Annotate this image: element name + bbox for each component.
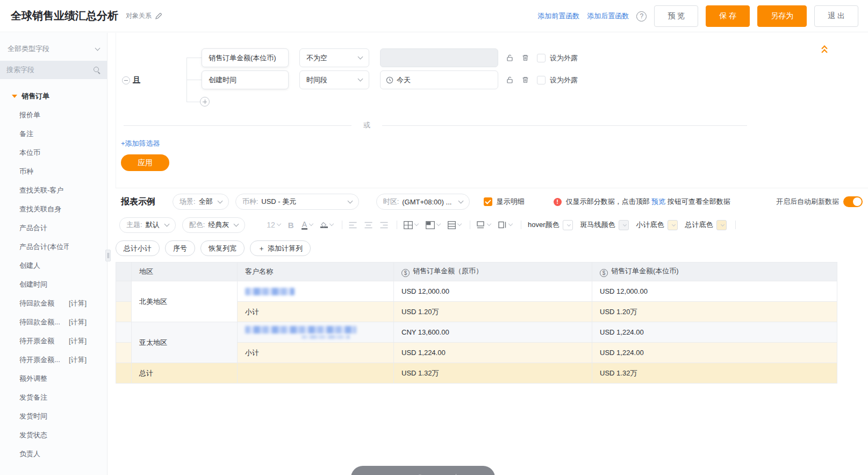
remove-group-icon[interactable] xyxy=(122,76,130,84)
table-rows-button[interactable] xyxy=(448,221,461,229)
zebra-color-swatch[interactable] xyxy=(619,220,629,230)
filter-operator-select[interactable]: 不为空 xyxy=(299,48,369,67)
customer-cell[interactable] xyxy=(238,281,394,302)
total-color-picker[interactable]: 总计底色 xyxy=(685,220,727,230)
auto-refresh-toggle[interactable] xyxy=(843,196,863,207)
fill-color-button[interactable] xyxy=(320,222,333,228)
save-as-button[interactable]: 另存为 xyxy=(757,5,807,27)
delete-icon[interactable] xyxy=(521,76,529,84)
timezone-select[interactable]: 时区: (GMT+08:00) ... xyxy=(376,194,470,210)
sidebar-field-item[interactable]: 发货备注 xyxy=(0,388,107,407)
reset-column-width-button[interactable]: 恢复列宽 xyxy=(200,240,245,256)
save-button[interactable]: 保 存 xyxy=(706,5,750,27)
sidebar-field-item[interactable]: 待开票金额...[计算] xyxy=(0,350,107,369)
lock-open-icon[interactable] xyxy=(506,76,514,84)
sidebar-field-item[interactable]: 备注 xyxy=(0,124,107,143)
zoom-in-icon[interactable]: ⊕ xyxy=(388,473,394,475)
filter-field-chip[interactable]: 创建时间 xyxy=(202,70,289,89)
sidebar-field-item[interactable]: 负责人 xyxy=(0,444,107,463)
sidebar-field-item[interactable]: 待回款金额[计算] xyxy=(0,294,107,313)
fit-screen-icon[interactable]: [ ] xyxy=(401,473,408,475)
add-filter-link[interactable]: +添加筛选器 xyxy=(121,139,160,148)
sidebar-resize-handle[interactable] xyxy=(105,250,111,261)
sidebar-field-item[interactable]: 待回款金额...[计算] xyxy=(0,313,107,331)
total-subtotal-button[interactable]: 总计小计 xyxy=(116,240,160,256)
filter-field-chip[interactable]: 销售订单金额(本位币) xyxy=(202,48,289,67)
align-center-button[interactable] xyxy=(364,222,372,229)
serial-number-button[interactable]: 序号 xyxy=(165,240,195,256)
theme-select[interactable]: 主题: 默认 xyxy=(119,217,176,233)
total-color-swatch[interactable] xyxy=(716,220,727,230)
align-left-button[interactable] xyxy=(349,222,357,229)
subtotal-color-swatch[interactable] xyxy=(668,220,678,230)
help-icon[interactable]: ? xyxy=(636,11,647,22)
sidebar-field-item[interactable]: 产品合计 xyxy=(0,218,107,237)
sidebar-field-item[interactable]: 本位币 xyxy=(0,143,107,162)
expose-checkbox[interactable] xyxy=(537,76,546,84)
column-header-region[interactable]: 地区 xyxy=(132,263,238,281)
apply-button[interactable]: 应用 xyxy=(121,154,169,171)
lock-open-icon[interactable] xyxy=(506,54,514,62)
table-row-detail[interactable]: 亚太地区 CNY 13,600.00 USD 1,224.00 xyxy=(116,322,837,343)
font-size-select[interactable]: 12 xyxy=(267,221,281,229)
sidebar-field-item[interactable]: 报价单 xyxy=(0,105,107,124)
currency-select[interactable]: 币种: USD - 美元 xyxy=(235,194,359,210)
join-operator-label[interactable]: 且 xyxy=(133,75,140,85)
column-header-amount-original[interactable]: $销售订单金额（原币） xyxy=(394,263,592,281)
undo-icon[interactable]: ↺ xyxy=(415,473,422,475)
total-color-label: 总计底色 xyxy=(685,220,713,230)
row-height-button[interactable] xyxy=(477,221,491,229)
table-row-detail[interactable]: 北美地区 USD 12,000.00 USD 12,000.00 xyxy=(116,281,837,302)
sidebar-field-item[interactable]: 发货时间 xyxy=(0,407,107,426)
customer-cell[interactable] xyxy=(238,322,394,343)
sidebar-field-item[interactable]: 币种 xyxy=(0,162,107,181)
add-calc-column-button[interactable]: ＋ 添加计算列 xyxy=(250,240,311,256)
add-post-function-link[interactable]: 添加后置函数 xyxy=(587,11,629,21)
font-color-button[interactable]: A xyxy=(302,221,313,230)
bold-button[interactable]: B xyxy=(288,221,294,230)
sidebar-field-item[interactable]: 查找关联自身 xyxy=(0,200,107,218)
edit-icon[interactable] xyxy=(155,12,162,20)
field-label: 发货备注 xyxy=(19,393,69,402)
filter-value-input[interactable]: 今天 xyxy=(380,70,498,89)
subtotal-color-picker[interactable]: 小计底色 xyxy=(636,220,678,230)
filter-operator-select[interactable]: 时间段 xyxy=(299,70,369,89)
palette-label: 配色: xyxy=(189,220,205,230)
palette-select[interactable]: 配色: 经典灰 xyxy=(182,217,246,233)
search-field-input[interactable]: 搜索字段 xyxy=(0,61,107,79)
sidebar-field-item[interactable]: 额外调整 xyxy=(0,369,107,388)
align-right-button[interactable] xyxy=(380,222,388,229)
column-header-amount-base[interactable]: $销售订单金额(本位币) xyxy=(592,263,837,281)
field-type-select[interactable]: 全部类型字段 xyxy=(0,37,107,61)
column-header-customer[interactable]: 客户名称 xyxy=(238,263,394,281)
sidebar-field-item[interactable]: 发货状态 xyxy=(0,426,107,444)
show-detail-checkbox[interactable] xyxy=(484,197,492,206)
exit-button[interactable]: 退 出 xyxy=(814,5,858,27)
add-pre-function-link[interactable]: 添加前置函数 xyxy=(537,11,579,21)
scene-select[interactable]: 场景: 全部 xyxy=(173,194,229,210)
sidebar-field-item[interactable]: 待开票金额[计算] xyxy=(0,331,107,350)
preview-button[interactable]: 预 览 xyxy=(654,5,698,27)
column-width-button[interactable] xyxy=(498,221,512,229)
table-header-fill-button[interactable] xyxy=(426,221,440,229)
tree-root-sales-order[interactable]: 销售订单 xyxy=(0,87,107,105)
sidebar-field-item[interactable]: 产品合计(本位币) xyxy=(0,237,107,256)
add-condition-icon[interactable] xyxy=(200,97,210,107)
hover-color-picker[interactable]: hover颜色 xyxy=(528,220,573,230)
chart-icon[interactable]: ılı xyxy=(442,473,449,475)
refresh-icon[interactable]: ⟳ xyxy=(429,473,436,475)
zebra-color-picker[interactable]: 斑马线颜色 xyxy=(580,220,629,230)
hover-color-swatch[interactable] xyxy=(563,220,573,230)
sidebar-field-item[interactable]: 查找关联-客户 xyxy=(0,181,107,200)
zoom-out-icon[interactable]: ⊖ xyxy=(374,473,381,475)
delete-icon[interactable] xyxy=(521,54,529,62)
collapse-panel-icon[interactable] xyxy=(822,45,830,55)
table-border-style-button[interactable] xyxy=(404,221,418,229)
sidebar-field-item[interactable]: 创建时间 xyxy=(0,275,107,294)
expose-checkbox[interactable] xyxy=(537,54,546,62)
notice-preview-link[interactable]: 预览 xyxy=(651,197,665,205)
table-row-total[interactable]: 总计 USD 1.32万 USD 1.32万 xyxy=(116,363,837,384)
chevron-down-icon xyxy=(458,198,463,203)
sidebar-field-item[interactable]: 创建人 xyxy=(0,256,107,275)
gutter-cell xyxy=(116,322,132,343)
